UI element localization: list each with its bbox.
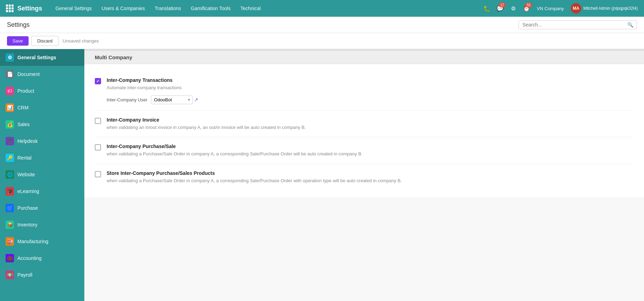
sidebar-item-payroll[interactable]: 💵 Payroll [0,267,84,283]
setting-desc-inter-company-purchase-sale: when validating a Purchase/Sale Order in… [107,150,634,157]
sidebar-item-elearning[interactable]: 🎓 eLearning [0,183,84,200]
page-header: Settings 🔍 [0,17,644,33]
unsaved-changes-label: Unsaved changes [63,38,99,44]
document-icon: 📄 [6,70,14,78]
product-icon: 🏷 [6,87,14,95]
page-title: Settings [7,21,30,29]
sidebar-item-document[interactable]: 📄 Document [0,66,84,83]
menu-general-settings[interactable]: General Settings [51,0,97,17]
general-settings-icon: ⚙ [6,53,14,62]
sidebar-label-manufacturing: Manufacturing [17,239,48,244]
sidebar: ⚙ General Settings 📄 Document 🏷 Product … [0,49,84,301]
manufacturing-icon: 🏭 [6,237,14,246]
discard-button[interactable]: Discard [31,36,59,46]
setting-title-inter-company-purchase-sale: Inter-Company Purchase/Sale [107,144,634,149]
save-button[interactable]: Save [7,36,29,46]
setting-desc-store-inter-company-products: when validating a Purchase/Sale Order in… [107,177,634,184]
user-row: Inter-Company User OdooBot Administrator… [107,95,634,104]
sidebar-label-rental: Rental [17,155,31,161]
checkbox-inter-company-invoice[interactable] [95,118,101,124]
sidebar-item-rental[interactable]: 🔑 Rental [0,149,84,166]
sidebar-label-elearning: eLearning [17,188,39,194]
checkbox-inter-company-transactions[interactable]: ✓ [95,78,101,84]
sidebar-item-purchase[interactable]: 🛒 Purchase [0,200,84,216]
setting-title-inter-company-transactions: Inter-Company Transactions [107,77,634,83]
search-input[interactable] [522,22,627,28]
sidebar-label-payroll: Payroll [17,272,32,278]
user-field-label: Inter-Company User [107,97,147,102]
elearning-icon: 🎓 [6,187,14,195]
sidebar-label-inventory: Inventory [17,222,38,227]
section-body: ✓ Inter-Company Transactions Automate in… [84,64,644,197]
messages-icon[interactable]: 💬 17 [495,3,506,14]
sidebar-item-website[interactable]: 🌐 Website [0,166,84,183]
rental-icon: 🔑 [6,154,14,162]
menu-technical[interactable]: Technical [236,0,266,17]
sidebar-label-website: Website [17,172,35,177]
settings-icon[interactable]: ⚙ [508,3,519,14]
sales-icon: 💰 [6,120,14,129]
messages-badge: 17 [499,3,505,7]
bug-icon[interactable]: 🐛 [481,3,492,14]
purchase-icon: 🛒 [6,204,14,212]
payroll-icon: 💵 [6,271,14,279]
setting-title-store-inter-company-products: Store Inter-Company Purchase/Sales Produ… [107,170,634,176]
apps-menu-icon[interactable] [4,3,15,14]
menu-users-companies[interactable]: Users & Companies [97,0,150,17]
top-menu: General Settings Users & Companies Trans… [51,0,481,17]
user-menu[interactable]: MA Mitchell Admin (jnlpqpqk32l4) [569,3,640,14]
user-select-wrap: OdooBot Administrator Mitchell Admin ↗ [151,95,198,104]
setting-text-inter-company-purchase-sale: Inter-Company Purchase/Sale when validat… [107,144,634,157]
section-title: Multi Company [95,54,132,60]
toolbar: Save Discard Unsaved changes [0,33,644,49]
activity-badge: 55 [525,3,532,7]
setting-row-store-inter-company-products: Store Inter-Company Purchase/Sales Produ… [95,164,634,191]
sidebar-item-helpdesk[interactable]: 🎧 Helpdesk [0,133,84,149]
inventory-icon: 📦 [6,221,14,229]
sidebar-label-sales: Sales [17,122,30,127]
search-icon: 🔍 [627,22,633,28]
content-area: Multi Company ✓ Inter-Company Transactio… [84,49,644,301]
user-name: Mitchell Admin (jnlpqpqk32l4) [583,6,638,11]
setting-desc-inter-company-transactions: Automate inter-company transactions [107,84,634,91]
sidebar-label-helpdesk: Helpdesk [17,138,38,144]
website-icon: 🌐 [6,170,14,179]
company-name[interactable]: VN Company [534,6,567,11]
top-navigation: Settings General Settings Users & Compan… [0,0,644,17]
setting-desc-inter-company-invoice: when validating an in/out invoice in com… [107,124,634,131]
setting-row-inter-company-purchase-sale: Inter-Company Purchase/Sale when validat… [95,137,634,164]
app-title: Settings [17,5,42,12]
sidebar-label-product: Product [17,88,34,94]
search-bar[interactable]: 🔍 [519,20,637,29]
setting-row-inter-company-invoice: Inter-Company Invoice when validating an… [95,111,634,138]
activity-icon[interactable]: ⏰ 55 [521,3,532,14]
user-avatar: MA [571,3,581,14]
checkbox-store-inter-company-products[interactable] [95,171,101,177]
user-select-container: OdooBot Administrator Mitchell Admin [151,95,193,104]
checkbox-inter-company-purchase-sale[interactable] [95,144,101,150]
accounting-icon: 💼 [6,254,14,262]
sidebar-item-crm[interactable]: 📊 CRM [0,99,84,116]
helpdesk-icon: 🎧 [6,137,14,145]
crm-icon: 📊 [6,103,14,112]
external-link-icon[interactable]: ↗ [194,97,198,102]
setting-row-inter-company-transactions: ✓ Inter-Company Transactions Automate in… [95,71,634,111]
top-nav-right: 🐛 💬 17 ⚙ ⏰ 55 VN Company MA Mitchell Adm… [481,3,640,14]
sidebar-item-general-settings[interactable]: ⚙ General Settings [0,49,84,66]
sidebar-item-accounting[interactable]: 💼 Accounting [0,250,84,267]
sidebar-label-crm: CRM [17,105,29,110]
setting-text-inter-company-invoice: Inter-Company Invoice when validating an… [107,117,634,131]
sidebar-label-general-settings: General Settings [17,55,56,60]
inter-company-user-select[interactable]: OdooBot Administrator Mitchell Admin [151,95,193,104]
menu-translations[interactable]: Translations [150,0,186,17]
sidebar-item-manufacturing[interactable]: 🏭 Manufacturing [0,233,84,250]
sidebar-label-document: Document [17,71,40,77]
sidebar-item-inventory[interactable]: 📦 Inventory [0,216,84,233]
sidebar-label-purchase: Purchase [17,205,38,211]
sidebar-item-sales[interactable]: 💰 Sales [0,116,84,133]
sidebar-item-product[interactable]: 🏷 Product [0,83,84,99]
menu-gamification-tools[interactable]: Gamification Tools [186,0,236,17]
sidebar-label-accounting: Accounting [17,255,41,261]
setting-text-store-inter-company-products: Store Inter-Company Purchase/Sales Produ… [107,170,634,184]
setting-text-inter-company-transactions: Inter-Company Transactions Automate inte… [107,77,634,104]
